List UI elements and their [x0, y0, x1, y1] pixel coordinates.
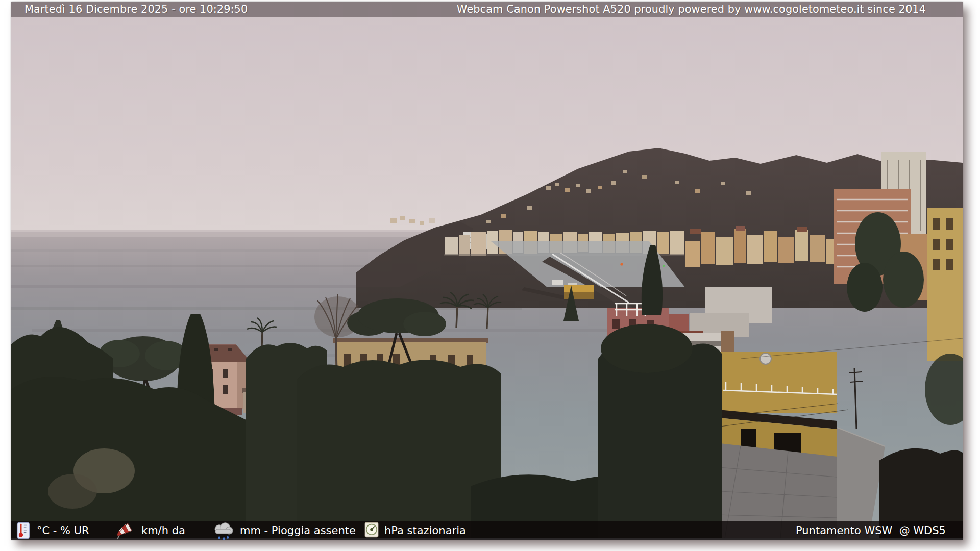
barometer-icon — [364, 522, 379, 540]
rain-cloud-icon — [211, 522, 234, 540]
shore-yellow-building — [564, 285, 594, 299]
webcam-photo-scene — [11, 2, 963, 540]
top-overlay-bar: Martedì 16 Dicembre 2025 - ore 10:29:50 … — [11, 2, 963, 17]
webcam-image: Martedì 16 Dicembre 2025 - ore 10:29:50 … — [11, 2, 963, 540]
windsock-icon — [112, 522, 133, 540]
street-light-warm — [620, 263, 623, 265]
credit-text: Webcam Canon Powershot A520 proudly powe… — [457, 2, 926, 17]
rain-text: mm - Pioggia assente — [240, 521, 356, 540]
wind-text: km/h da — [141, 521, 185, 540]
thermometer-icon — [16, 522, 30, 540]
orientation-text: Puntamento WSW @ WDS5 — [796, 521, 946, 540]
temperature-humidity-text: °C - % UR — [37, 521, 89, 540]
street-light-green — [663, 265, 665, 267]
datetime-text: Martedì 16 Dicembre 2025 - ore 10:29:50 — [24, 2, 248, 17]
bottom-overlay-bar: °C - % UR km/h da — [11, 521, 963, 540]
webcam-page: Martedì 16 Dicembre 2025 - ore 10:29:50 … — [0, 0, 980, 551]
pressure-text: hPa stazionaria — [384, 521, 466, 540]
satellite-dish — [760, 353, 771, 364]
beach-hut — [552, 280, 564, 285]
